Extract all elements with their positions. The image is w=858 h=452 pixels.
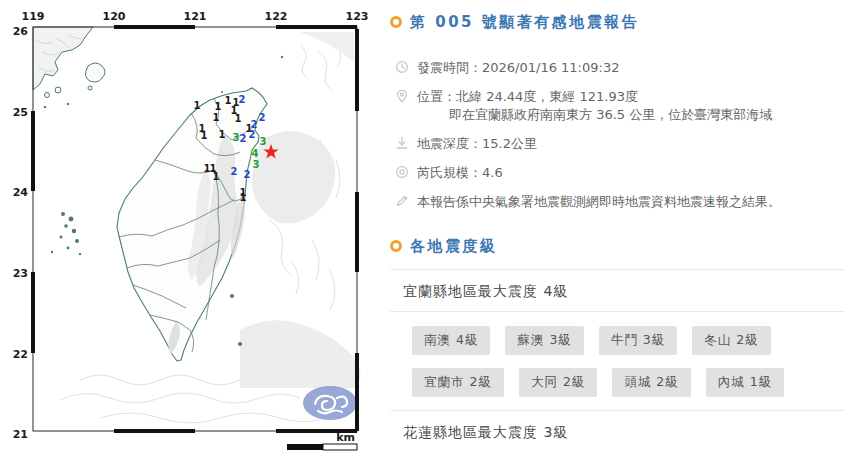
map-x-tick: 120: [103, 10, 126, 23]
intensity-marker: 2: [231, 166, 238, 177]
intensity-marker: 4: [252, 148, 259, 159]
orange-ring-bullet-icon: [390, 240, 402, 252]
intensity-marker: 3: [233, 132, 240, 143]
intensity-marker: 2: [240, 133, 247, 144]
station-intensity-badge[interactable]: 宜蘭市 2級: [412, 368, 504, 397]
map-y-tick: 23: [13, 267, 28, 280]
magnitude-icon: [395, 165, 409, 179]
report-title-row: 第 005 號顯著有感地震報告: [390, 12, 844, 32]
location-pin-icon: [395, 89, 409, 103]
map-y-tick: 24: [13, 186, 29, 199]
station-intensity-badge[interactable]: 蘇澳 3級: [505, 326, 583, 355]
map-y-tick: 21: [13, 428, 28, 441]
intensity-group-label[interactable]: 宜蘭縣地區最大震度 4級: [390, 270, 844, 312]
intensity-group-label[interactable]: 花蓮縣地區最大震度 3級: [390, 411, 844, 452]
detail-text: 位置：北緯 24.44度，東經 121.93度即在宜蘭縣政府南南東方 36.5 …: [417, 88, 772, 123]
station-intensity-badge[interactable]: 牛鬥 3級: [599, 326, 677, 355]
intensity-marker: 2: [259, 112, 266, 123]
clock-icon: [395, 60, 409, 74]
penghu-islands: [51, 212, 81, 255]
detail-text: 地震深度：15.2公里: [417, 135, 537, 152]
detail-row: 發震時間：2026/01/16 11:09:32: [390, 59, 844, 76]
earthquake-report-panel: 第 005 號顯著有感地震報告 發震時間：2026/01/16 11:09:32…: [380, 0, 858, 452]
mainland-coast: [33, 27, 105, 108]
intensity-marker: 3: [253, 159, 260, 170]
intensity-marker: 2: [239, 94, 246, 105]
report-note-icon: [395, 194, 409, 208]
detail-text: 芮氏規模：4.6: [417, 164, 503, 181]
intensity-marker: 1: [215, 101, 222, 112]
bathymetry-shading: [240, 32, 361, 388]
map-y-tick: 25: [13, 106, 28, 119]
intensity-marker: 1: [213, 171, 220, 182]
detail-row: 芮氏規模：4.6: [390, 164, 844, 181]
intensity-marker: 2: [244, 169, 251, 180]
map-x-tick: 123: [346, 10, 369, 23]
detail-text: 發震時間：2026/01/16 11:09:32: [417, 59, 619, 76]
detail-text: 本報告係中央氣象署地震觀測網即時地震資料地震速報之結果。: [417, 193, 781, 210]
orange-ring-bullet-icon: [390, 16, 402, 28]
map-x-tick: 121: [184, 10, 207, 23]
intensity-marker: 2: [249, 129, 256, 140]
intensity-section-title-row: 各地震度級: [390, 236, 844, 256]
intensity-section-title: 各地震度級: [410, 236, 498, 256]
detail-row: 位置：北緯 24.44度，東經 121.93度即在宜蘭縣政府南南東方 36.5 …: [390, 88, 844, 123]
map-y-tick: 22: [13, 348, 28, 361]
station-intensity-badge[interactable]: 內城 1級: [706, 368, 784, 397]
detail-row: 地震深度：15.2公里: [390, 135, 844, 152]
station-badge-list: 南澳 4級蘇澳 3級牛鬥 3級冬山 2級宜蘭市 2級大同 2級頭城 2級內城 1…: [390, 312, 844, 411]
intensity-marker: 1: [201, 130, 208, 141]
intensity-marker: 1: [219, 129, 226, 140]
intensity-groups-list: 宜蘭縣地區最大震度 4級南澳 4級蘇澳 3級牛鬥 3級冬山 2級宜蘭市 2級大同…: [390, 269, 844, 452]
map-y-tick: 26: [13, 25, 29, 38]
intensity-marker: 1: [194, 100, 201, 111]
taiwan-intensity-map: 1191201211221232625242322211111211122111…: [0, 0, 380, 452]
map-scale-bar: km: [287, 431, 357, 450]
report-title: 第 005 號顯著有感地震報告: [410, 12, 639, 32]
map-x-tick: 119: [22, 10, 45, 23]
map-svg: 1191201211221232625242322211111211122111…: [0, 0, 380, 452]
cwa-logo-watermark: [303, 386, 357, 420]
detail-row: 本報告係中央氣象署地震觀測網即時地震資料地震速報之結果。: [390, 193, 844, 210]
station-intensity-badge[interactable]: 頭城 2級: [612, 368, 690, 397]
taiwan-island: [117, 88, 267, 361]
report-details-list: 發震時間：2026/01/16 11:09:32位置：北緯 24.44度，東經 …: [390, 59, 844, 210]
scale-unit-label: km: [336, 431, 355, 444]
intensity-marker: 1: [213, 112, 220, 123]
detail-subtext: 即在宜蘭縣政府南南東方 36.5 公里，位於臺灣東部海域: [417, 106, 772, 123]
map-x-tick: 122: [265, 10, 288, 23]
station-intensity-badge[interactable]: 南澳 4級: [412, 326, 490, 355]
depth-icon: [395, 136, 409, 150]
station-intensity-badge[interactable]: 大同 2級: [519, 368, 597, 397]
intensity-marker: 1: [235, 113, 242, 124]
station-intensity-badge[interactable]: 冬山 2級: [692, 326, 770, 355]
intensity-marker: 3: [260, 136, 267, 147]
taiwan-coastline: [117, 88, 267, 361]
intensity-marker: 1: [240, 192, 247, 203]
